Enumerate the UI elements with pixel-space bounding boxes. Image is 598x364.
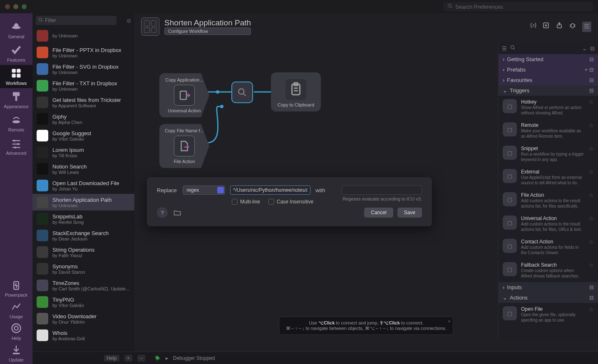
rail-general[interactable]: General [0,18,32,42]
svg-point-18 [14,326,18,330]
star-icon[interactable]: ☆ [589,306,594,312]
export-icon[interactable] [556,22,563,32]
with-input[interactable] [342,186,422,195]
workflow-item[interactable]: Shorten Application Path by Unknown [32,194,134,210]
minimize-window[interactable] [13,4,18,9]
node-copy-clipboard[interactable]: Copy to Clipboard [271,72,321,111]
filter-input[interactable] [36,16,117,25]
palette-item[interactable]: ▢ Open FileOpen the given file, optional… [499,303,598,326]
search-icon[interactable] [510,45,516,52]
help-icon[interactable]: ? [157,207,168,218]
palette-item-desc: Add custom actions to the result actions… [521,221,585,232]
workflow-item[interactable]: Whois by Andreas Grill [32,327,134,344]
star-icon[interactable]: ☆ [589,192,594,198]
workflow-item[interactable]: Synonyms by David Staron [32,260,134,277]
star-icon[interactable]: ☆ [589,262,594,268]
node-universal-action[interactable]: Copy Application... Universal Action [159,73,209,117]
workflow-item[interactable]: String Operations by Fatih Yavuz [32,244,134,260]
workflow-item[interactable]: Video Downloader by Onur Yildirim [32,310,134,327]
chevron-down-icon[interactable]: ⌄ [582,45,587,52]
star-icon[interactable]: ☆ [589,169,594,175]
node-search[interactable] [231,82,253,103]
star-icon[interactable]: ☆ [589,146,594,152]
filter-options-icon[interactable]: ⊝ [127,17,131,24]
section-actions[interactable]: ⌄Actions⊟ [499,292,598,303]
workflow-item[interactable]: File Filter - PPTX in Dropbox by Unknown [32,44,134,61]
workflow-item[interactable]: SnippetsLab by Renfei Song [32,210,134,227]
section-triggers[interactable]: ⌄Triggers⊟ [499,85,598,96]
section-inputs[interactable]: ›Inputs⊟ [499,282,598,292]
save-button[interactable]: Save [397,208,422,218]
workflow-item[interactable]: Get latest files from Trickster by Appar… [32,94,134,111]
palette-section[interactable]: ›Prefabs+ ⊟ [499,64,598,75]
rail-powerpack[interactable]: Powerpack [5,277,27,299]
add-icon[interactable] [542,22,550,32]
svg-point-17 [12,324,20,333]
remove-button[interactable]: − [137,355,145,362]
star-icon[interactable]: ☆ [589,239,594,245]
workflow-item[interactable]: by Unknown [32,27,134,44]
list-icon[interactable]: ☰ [502,45,507,52]
replace-mode-select[interactable]: regex [183,186,225,195]
palette-section[interactable]: ›Getting Started⊟ [499,54,598,64]
palette-item[interactable]: ▢ Hotkey Show Alfred or perform an actio… [499,96,598,119]
workflow-item[interactable]: Google Suggest by Vítor Galvão [32,127,134,144]
workflow-item[interactable]: File Filter - SVG in Dropbox by Unknown [32,61,134,77]
node-sublabel: Universal Action [168,108,201,113]
rail-usage[interactable]: Usage [5,299,27,321]
multiline-checkbox[interactable]: Multi-line [232,199,260,205]
rail-update[interactable]: Update [5,342,27,364]
search-preferences[interactable]: Search Preferences [443,2,593,11]
zoom-window[interactable] [22,4,27,9]
workflow-item[interactable]: Giphy by Alpha Chen [32,111,134,127]
palette-item-icon: ▢ [503,215,517,230]
workflow-item[interactable]: StackExchange Search by Dean Jackson [32,227,134,244]
debug-icon[interactable] [569,22,576,32]
hat-icon [10,21,22,32]
workflow-item[interactable]: Notion Search by Will Lewis [32,161,134,177]
pattern-input[interactable] [230,186,310,195]
add-button[interactable]: + [124,355,132,362]
close-window[interactable] [5,4,10,9]
star-icon[interactable]: ☆ [589,215,594,222]
svg-line-44 [514,48,515,50]
workflow-item[interactable]: TinyPNG by Vítor Galvão [32,294,134,310]
workflow-item[interactable]: Open Last Downloaded File by Johan Yu [32,177,134,194]
workflow-item[interactable]: File Filter - TXT in Dropbox by Unknown [32,77,134,94]
palette-item[interactable]: ▢ Fallback Search Create custom options … [499,259,598,282]
rail-workflows[interactable]: Workflows [0,65,32,88]
rail-advanced[interactable]: Advanced [0,135,32,158]
case-insensitive-checkbox[interactable]: Case Insensitive [268,199,313,205]
node-file-action[interactable]: Copy File Name f... File Action [159,124,209,168]
play-icon[interactable]: ▸ [166,355,168,361]
collapse-icon[interactable]: ⊟ [590,45,595,52]
close-tooltip-icon[interactable]: × [448,319,450,324]
palette-item[interactable]: ▢ External Use AppleScript from an exter… [499,166,598,189]
rail-appearance[interactable]: Appearance [0,88,32,111]
palette-item-icon: ▢ [503,262,517,276]
workflow-item-author: by Unknown [52,87,117,92]
palette-item[interactable]: ▢ Remote Make your workflow available as… [499,119,598,142]
star-icon[interactable]: ☆ [589,99,594,105]
palette-item[interactable]: ▢ File Action Add custom actions to the … [499,189,598,212]
rail-label: Help [12,336,21,341]
cancel-button[interactable]: Cancel [364,208,393,218]
palette-toggle-icon[interactable] [582,22,591,32]
help-button[interactable]: Help [104,355,119,362]
folder-icon[interactable] [172,207,183,218]
palette-item[interactable]: ▢ Universal Action Add custom actions to… [499,212,598,235]
svg-point-20 [39,18,42,21]
rail-remote[interactable]: Remote [0,111,32,135]
star-icon[interactable]: ☆ [589,122,594,129]
rail-help[interactable]: Help [5,321,27,342]
palette-section[interactable]: ›Favourites⊟ [499,75,598,85]
workflow-item[interactable]: TimeZones by Carl Smith (@CarlosNZ). Upd… [32,277,134,294]
palette-item[interactable]: ▢ Snippet Run a workflow by typing a tri… [499,142,598,166]
rail-features[interactable]: Features [0,42,32,65]
variables-icon[interactable]: {𝑥} [530,22,536,32]
collapse-icon[interactable]: ⊟ [589,87,594,94]
workflow-item[interactable]: Lorem Ipsum by Till Krüss [32,144,134,161]
bug-icon[interactable]: 🪲 [154,355,161,361]
palette-item[interactable]: ▢ Contact Action Add custom actions for … [499,235,598,259]
configure-workflow-button[interactable]: Configure Workflow [164,27,251,35]
